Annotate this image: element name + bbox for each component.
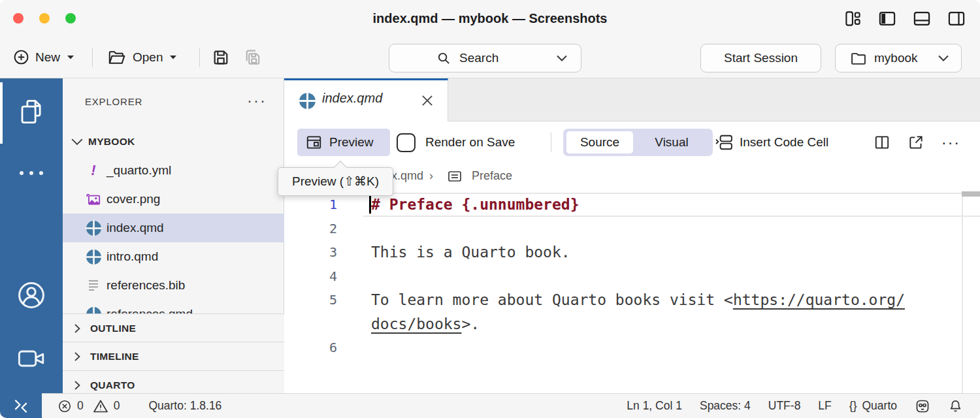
tab-label: index.qmd [322, 91, 382, 106]
save-all-button[interactable] [243, 37, 263, 78]
section-label: TIMELINE [90, 351, 139, 362]
workspace-label: mybook [874, 51, 918, 65]
activity-bar [0, 78, 63, 393]
file-item-intro-qmd[interactable]: intro.qmd [63, 242, 284, 271]
code-line: To learn more about Quarto books visit <… [371, 288, 905, 312]
customize-layout-icon[interactable] [843, 9, 862, 27]
folder-open-icon [107, 49, 127, 66]
screencast-button[interactable] [0, 347, 63, 370]
open-in-new-window-icon[interactable] [907, 134, 924, 151]
outline-section-header[interactable]: OUTLINE [63, 314, 284, 342]
toggle-left-panel-icon[interactable] [878, 9, 896, 27]
source-visual-toggle: Source Visual [563, 129, 713, 156]
more-actions-icon[interactable]: ··· [941, 134, 960, 152]
preview-button[interactable]: Preview [297, 129, 390, 156]
line-number: 6 [284, 336, 337, 360]
tab-index-qmd[interactable]: index.qmd [284, 78, 448, 121]
quarto-version-status[interactable]: Quarto: 1.8.16 [148, 399, 221, 413]
language-label: Quarto [862, 399, 898, 413]
breadcrumb-section[interactable]: Preface [472, 169, 512, 183]
encoding-status[interactable]: UTF-8 [768, 399, 801, 413]
search-box[interactable]: Search [389, 44, 581, 72]
ellipsis-icon [20, 171, 43, 175]
search-label: Search [459, 51, 498, 65]
plus-circle-icon [13, 49, 29, 65]
save-button[interactable] [212, 37, 230, 78]
close-tab-icon[interactable] [420, 93, 434, 108]
language-mode-status[interactable]: {} Quarto [849, 399, 897, 413]
render-on-save-label: Render on Save [425, 121, 515, 163]
preview-icon [305, 134, 323, 151]
visual-mode-button[interactable]: Visual [633, 135, 710, 150]
explorer-more-actions-button[interactable]: ··· [247, 91, 267, 110]
render-on-save-checkbox[interactable] [397, 133, 416, 152]
timeline-section-header[interactable]: TIMELINE [63, 342, 284, 370]
bibliography-file-icon [85, 278, 102, 293]
insert-code-cell-icon [714, 134, 734, 151]
braces-icon: {} [849, 399, 857, 413]
file-item-cover-png[interactable]: cover.png [63, 185, 284, 214]
toolbar-separator [199, 48, 200, 67]
file-name: _quarto.yml [106, 163, 171, 178]
workspace-root-item[interactable]: MYBOOK [63, 128, 284, 155]
file-item-quarto-yml[interactable]: ! _quarto.yml [63, 156, 284, 185]
remote-indicator-button[interactable] [0, 393, 42, 418]
code-line-wrapped: docs/books>. [371, 312, 480, 336]
bell-icon [948, 398, 963, 414]
open-button[interactable]: Open [107, 37, 178, 78]
quarto-file-icon [85, 220, 102, 236]
warning-count: 0 [114, 399, 120, 413]
error-count: 0 [77, 399, 84, 413]
cursor-position-status[interactable]: Ln 1, Col 1 [627, 399, 682, 413]
chevron-down-icon [169, 54, 178, 61]
toolbar-separator [92, 48, 93, 67]
top-toolbar: New Open [0, 37, 980, 78]
toggle-right-panel-icon[interactable] [947, 9, 966, 27]
explorer-view-button[interactable] [0, 97, 63, 127]
file-name: index.qmd [106, 221, 164, 235]
account-button[interactable] [0, 280, 63, 311]
editor-scrollbar[interactable] [962, 193, 963, 393]
editor-scrollbar-thumb[interactable] [962, 191, 980, 197]
editor-toolbar-separator [551, 133, 551, 152]
source-mode-button[interactable]: Source [566, 131, 633, 153]
line-number: 4 [284, 265, 337, 289]
chevron-right-icon [72, 379, 82, 391]
preview-tooltip: Preview (⇧⌘K) [278, 167, 393, 196]
workspace-switcher-button[interactable]: mybook [835, 44, 962, 72]
feedback-smiley-icon [915, 398, 930, 414]
file-name: references.bib [106, 278, 185, 293]
quarto-section-header[interactable]: QUARTO [63, 370, 284, 393]
split-editor-icon[interactable] [874, 134, 890, 151]
video-camera-icon [17, 347, 46, 370]
start-session-button[interactable]: Start Session [700, 44, 821, 72]
code-line-heading: # Preface {.unnumbered} [371, 193, 580, 217]
eol-status[interactable]: LF [818, 399, 831, 413]
link-text[interactable]: docs/books [371, 315, 461, 332]
new-button[interactable]: New [13, 37, 75, 78]
chevron-down-icon [71, 137, 84, 146]
explorer-title: EXPLORER [85, 96, 142, 107]
chevron-right-icon [72, 323, 82, 334]
notifications-button[interactable] [948, 398, 963, 414]
folder-icon [850, 51, 867, 66]
preview-label: Preview [329, 135, 374, 150]
indentation-status[interactable]: Spaces: 4 [700, 399, 751, 413]
insert-code-cell-button[interactable]: Insert Code Cell [714, 121, 828, 163]
problems-button[interactable]: 0 0 [57, 399, 120, 413]
title-bar: index.qmd — mybook — Screenshots [0, 0, 980, 37]
insert-code-cell-label: Insert Code Cell [740, 135, 828, 150]
tab-strip [448, 78, 980, 121]
code-editor[interactable]: 1 # Preface {.unnumbered} 2 3 This is a … [284, 193, 980, 393]
tooltip-label: Preview (⇧⌘K) [292, 174, 379, 188]
file-item-index-qmd[interactable]: index.qmd [63, 214, 284, 242]
toggle-bottom-panel-icon[interactable] [913, 9, 931, 27]
feedback-button[interactable] [915, 398, 930, 414]
save-icon [212, 48, 230, 67]
quarto-file-icon [299, 92, 316, 110]
more-views-button[interactable] [0, 171, 63, 175]
explorer-sidebar: EXPLORER ··· MYBOOK ! _quarto.yml [63, 78, 284, 393]
file-item-references-bib[interactable]: references.bib [63, 271, 284, 300]
editor-action-bar: Preview Render on Save Source Visual Ins… [284, 121, 980, 163]
link-text[interactable]: https://quarto.org/ [733, 291, 905, 308]
